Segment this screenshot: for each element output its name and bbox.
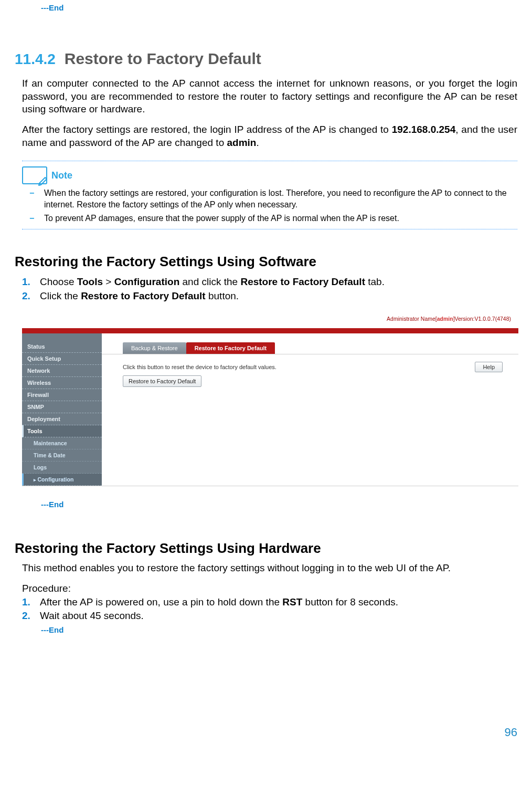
- software-steps: 1. Choose Tools > Configuration and clic…: [22, 275, 517, 303]
- note-item: −To prevent AP damages, ensure that the …: [29, 213, 517, 224]
- router-tabs: Backup & Restore Restore to Factory Defa…: [102, 333, 518, 354]
- admin-name: admin: [437, 316, 453, 322]
- step-number: 2.: [22, 609, 40, 623]
- version-label: ]Version:V1.0.0.7(4748): [453, 316, 511, 322]
- sidebar-subitem-configuration[interactable]: Configuration: [22, 474, 102, 486]
- default-credentials: admin: [227, 137, 256, 148]
- tab-backup-restore[interactable]: Backup & Restore: [123, 342, 186, 354]
- default-ip: 192.168.0.254: [392, 124, 456, 135]
- step: 1. After the AP is powered on, use a pin…: [22, 595, 517, 610]
- sidebar-item-snmp[interactable]: SNMP: [22, 401, 102, 413]
- subheading-software: Restoring the Factory Settings Using Sof…: [15, 254, 517, 270]
- sidebar-item-wireless[interactable]: Wireless: [22, 377, 102, 389]
- text: Choose: [40, 276, 77, 287]
- section-title: Restore to Factory Default: [65, 50, 261, 67]
- text: and click the: [179, 276, 240, 287]
- help-button[interactable]: Help: [475, 362, 503, 372]
- dash-bullet: −: [29, 213, 44, 224]
- menu-tools: Tools: [77, 276, 103, 287]
- section-heading: 11.4.2 Restore to Factory Default: [15, 50, 517, 68]
- button-name: Restore to Factory Default: [81, 290, 206, 301]
- step-number: 2.: [22, 289, 40, 303]
- sidebar-item-status[interactable]: Status: [22, 341, 102, 353]
- sidebar-subitem-time-date[interactable]: Time & Date: [22, 449, 102, 462]
- router-screenshot: Administrator Name[admin]Version:V1.0.0.…: [22, 310, 518, 486]
- router-header: Administrator Name[admin]Version:V1.0.0.…: [22, 310, 518, 328]
- router-ui: Administrator Name[admin]Version:V1.0.0.…: [22, 310, 518, 486]
- note-label: Note: [51, 170, 72, 181]
- intro-paragraph-1: If an computer connected to the AP canno…: [22, 77, 517, 116]
- sidebar-item-tools[interactable]: Tools: [22, 425, 102, 437]
- router-separator: [22, 328, 518, 333]
- step-text: Wait about 45 seconds.: [40, 609, 144, 623]
- text: button.: [206, 290, 239, 301]
- note-list: −When the factory settings are restored,…: [29, 187, 517, 224]
- tab-restore-factory[interactable]: Restore to Factory Default: [186, 342, 275, 354]
- router-panel: Help Click this button to reset the devi…: [102, 354, 518, 458]
- sidebar-item-quick-setup[interactable]: Quick Setup: [22, 353, 102, 365]
- router-sidebar: Status Quick Setup Network Wireless Fire…: [22, 333, 102, 486]
- note-header: Note: [22, 166, 517, 184]
- router-main: Backup & Restore Restore to Factory Defa…: [102, 333, 518, 486]
- step: 2. Wait about 45 seconds.: [22, 609, 517, 623]
- note-text: When the factory settings are restored, …: [44, 187, 517, 210]
- hardware-description: This method enables you to restore the f…: [22, 562, 517, 575]
- sidebar-item-firewall[interactable]: Firewall: [22, 389, 102, 401]
- text: button for 8 seconds.: [302, 596, 398, 607]
- rst-button-name: RST: [282, 596, 302, 607]
- page-number: 96: [505, 726, 517, 739]
- step-number: 1.: [22, 595, 40, 610]
- text: .: [256, 137, 259, 148]
- sidebar-item-deployment[interactable]: Deployment: [22, 413, 102, 425]
- end-marker-top: ---End: [41, 3, 517, 12]
- subheading-hardware: Restoring the Factory Settings Using Har…: [15, 540, 517, 557]
- intro-paragraph-2: After the factory settings are restored,…: [22, 123, 517, 149]
- step-number: 1.: [22, 275, 40, 289]
- restore-factory-button[interactable]: Restore to Factory Default: [123, 375, 201, 387]
- divider: [22, 229, 517, 229]
- step-text: Click the Restore to Factory Default but…: [40, 289, 239, 303]
- text: After the AP is powered on, use a pin to…: [40, 596, 282, 607]
- note-block: Note −When the factory settings are rest…: [22, 166, 517, 224]
- end-marker-hardware: ---End: [41, 625, 517, 634]
- note-item: −When the factory settings are restored,…: [29, 187, 517, 210]
- menu-configuration: Configuration: [114, 276, 180, 287]
- router-body: Status Quick Setup Network Wireless Fire…: [22, 333, 518, 486]
- step-text: Choose Tools > Configuration and click t…: [40, 275, 385, 289]
- text: >: [103, 276, 114, 287]
- step: 2. Click the Restore to Factory Default …: [22, 289, 517, 303]
- dash-bullet: −: [29, 187, 44, 210]
- procedure-label: Procedure:: [22, 582, 517, 595]
- note-text: To prevent AP damages, ensure that the p…: [44, 213, 399, 224]
- text: Click the: [40, 290, 81, 301]
- sidebar-subitem-maintenance[interactable]: Maintenance: [22, 437, 102, 449]
- note-icon: [22, 166, 47, 184]
- end-marker-software: ---End: [41, 500, 517, 509]
- divider: [22, 161, 517, 161]
- sidebar-item-network[interactable]: Network: [22, 365, 102, 377]
- page: ---End 11.4.2 Restore to Factory Default…: [0, 3, 532, 739]
- panel-description: Click this button to reset the device to…: [123, 364, 503, 370]
- text: tab.: [365, 276, 385, 287]
- hardware-steps: 1. After the AP is powered on, use a pin…: [22, 595, 517, 623]
- section-number: 11.4.2: [15, 51, 56, 67]
- sidebar-subitem-logs[interactable]: Logs: [22, 462, 102, 474]
- step: 1. Choose Tools > Configuration and clic…: [22, 275, 517, 289]
- step-text: After the AP is powered on, use a pin to…: [40, 595, 398, 610]
- tab-name: Restore to Factory Default: [240, 276, 365, 287]
- text: After the factory settings are restored,…: [22, 124, 392, 135]
- admin-label: Administrator Name[: [387, 316, 437, 322]
